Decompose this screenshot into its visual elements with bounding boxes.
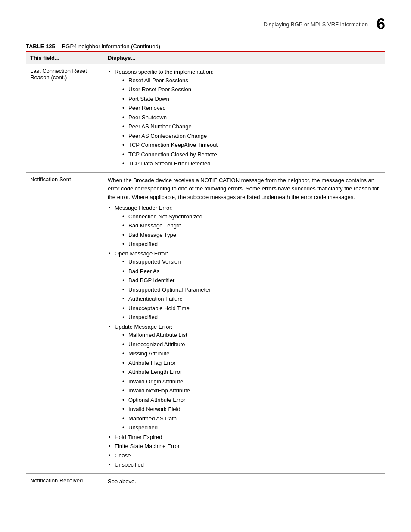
list-item: Unspecified xyxy=(121,313,381,322)
nested-list: Connection Not SynchronizedBad Message L… xyxy=(121,212,381,249)
list-item: Update Message Error:Malformed Attribute… xyxy=(108,323,381,432)
list-item: Unsupported Optional Parameter xyxy=(121,286,381,294)
list-item: Unrecognized Attribute xyxy=(121,340,381,349)
list-item: Cease xyxy=(108,451,381,460)
list-item: Malformed Attribute List xyxy=(121,331,381,339)
list-item: Unspecified xyxy=(108,460,381,469)
list-item: Bad Message Length xyxy=(121,221,381,230)
list-item: Reset All Peer Sessions xyxy=(121,76,381,85)
list-item: Finite State Machine Error xyxy=(108,442,381,451)
field-cell: Notification Sent xyxy=(26,172,103,473)
list-item: TCP Connection KeepAlive Timeout xyxy=(121,141,381,149)
list-item: Bad Peer As xyxy=(121,267,381,276)
list-item: Bad Message Type xyxy=(121,231,381,240)
list-item: Message Header Error:Connection Not Sync… xyxy=(108,204,381,249)
list-item: Peer AS Confederation Change xyxy=(121,132,381,140)
table-container: TABLE 125 BGP4 neighbor information (Con… xyxy=(26,43,385,492)
displays-list: Message Header Error:Connection Not Sync… xyxy=(108,204,381,469)
list-item: Unsupported Version xyxy=(121,258,381,266)
list-item: Peer AS Number Change xyxy=(121,122,381,131)
field-cell: Notification Received xyxy=(26,473,103,492)
nested-list: Reset All Peer SessionsUser Reset Peer S… xyxy=(121,76,381,168)
col-header-displays: Displays... xyxy=(103,52,385,64)
table-row: Notification SentWhen the Brocade device… xyxy=(26,172,385,473)
list-item: Unacceptable Hold Time xyxy=(121,304,381,313)
table-row: Notification ReceivedSee above. xyxy=(26,473,385,492)
list-item: Open Message Error:Unsupported VersionBa… xyxy=(108,249,381,322)
header-title: Displaying BGP or MPLS VRF information xyxy=(263,21,368,28)
nested-list: Unsupported VersionBad Peer AsBad BGP Id… xyxy=(121,258,381,322)
nested-list: Malformed Attribute ListUnrecognized Att… xyxy=(121,331,381,432)
table-label: TABLE 125 xyxy=(26,43,55,50)
list-item: Unspecified xyxy=(121,423,381,432)
list-item: Missing Attribute xyxy=(121,349,381,358)
table-row: Last Connection Reset Reason (cont.)Reas… xyxy=(26,64,385,173)
list-item: TCP Data Stream Error Detected xyxy=(121,159,381,168)
table-description: BGP4 neighbor information (Continued) xyxy=(62,43,160,50)
list-item: Attribute Flag Error xyxy=(121,359,381,367)
displays-cell: When the Brocade device receives a NOTIF… xyxy=(103,172,385,473)
page-number: 6 xyxy=(377,16,385,32)
page-content: TABLE 125 BGP4 neighbor information (Con… xyxy=(0,0,411,518)
field-cell: Last Connection Reset Reason (cont.) xyxy=(26,64,103,173)
list-item: Peer Removed xyxy=(121,104,381,112)
table-title-row: TABLE 125 BGP4 neighbor information (Con… xyxy=(26,43,385,51)
displays-intro: See above. xyxy=(108,477,381,486)
list-item: Invalid NextHop Attribute xyxy=(121,386,381,395)
list-item: Unspecified xyxy=(121,240,381,249)
col-header-field: This field... xyxy=(26,52,103,64)
list-item: User Reset Peer Session xyxy=(121,85,381,94)
displays-cell: See above. xyxy=(103,473,385,492)
page-header: Displaying BGP or MPLS VRF information 6 xyxy=(263,16,385,32)
list-item: Attribute Length Error xyxy=(121,368,381,376)
list-item: Reasons specific to the implementation:R… xyxy=(108,68,381,168)
table-header-row: This field... Displays... xyxy=(26,52,385,64)
list-item: Malformed AS Path xyxy=(121,414,381,423)
list-item: Invalid Network Field xyxy=(121,405,381,414)
displays-list: Reasons specific to the implementation:R… xyxy=(108,68,381,168)
list-item: Authentication Failure xyxy=(121,295,381,303)
displays-intro: When the Brocade device receives a NOTIF… xyxy=(108,176,381,202)
main-table: This field... Displays... Last Connectio… xyxy=(26,51,385,492)
list-item: Optional Attribute Error xyxy=(121,396,381,404)
list-item: TCP Connection Closed by Remote xyxy=(121,150,381,159)
list-item: Hold Timer Expired xyxy=(108,433,381,442)
list-item: Connection Not Synchronized xyxy=(121,212,381,221)
displays-cell: Reasons specific to the implementation:R… xyxy=(103,64,385,173)
list-item: Invalid Origin Attribute xyxy=(121,377,381,386)
list-item: Port State Down xyxy=(121,95,381,103)
list-item: Bad BGP Identifier xyxy=(121,276,381,285)
list-item: Peer Shutdown xyxy=(121,113,381,122)
